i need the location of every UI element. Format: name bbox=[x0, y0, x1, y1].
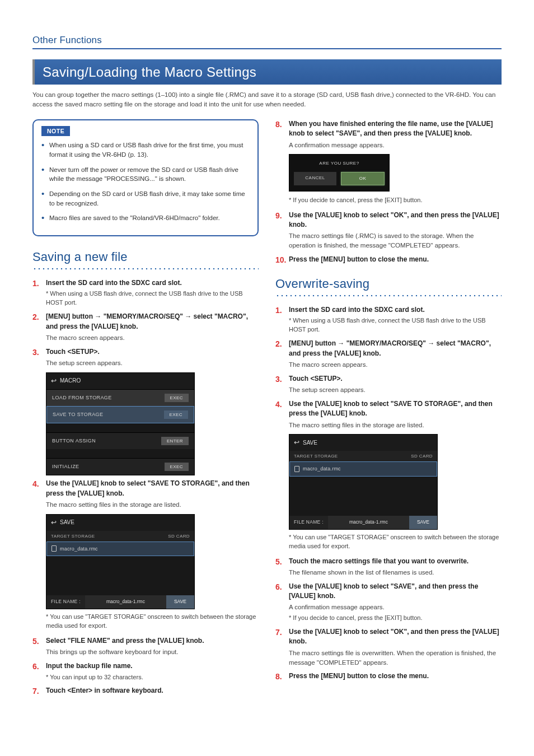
step-subtext: The setup screen appears. bbox=[46, 358, 259, 368]
screenshot-footer: FILE NAME : macro_data-1.rmc SAVE bbox=[46, 595, 194, 609]
step: 1. Insert the SD card into the SDXC card… bbox=[275, 305, 502, 334]
step: 1. Insert the SD card into the SDXC card… bbox=[32, 278, 259, 307]
step-footnote: When using a USB flash drive, connect th… bbox=[289, 316, 502, 334]
subheading-overwrite: Overwrite-saving bbox=[275, 276, 502, 293]
step-subtext: The macro screen appears. bbox=[289, 360, 502, 370]
step: 10. Press the [MENU] button to close the… bbox=[275, 255, 502, 266]
step-number: 4. bbox=[32, 479, 46, 509]
screenshot-footer: FILE NAME : macro_data-1.rmc SAVE bbox=[289, 516, 437, 529]
step: 7. Use the [VALUE] knob to select "OK", … bbox=[275, 627, 502, 667]
note-box: NOTE When using a SD card or USB flash d… bbox=[32, 119, 259, 236]
step-number: 1. bbox=[32, 278, 46, 307]
screenshot-save: ↩ SAVE TARGET STORAGESD CARD macro_data.… bbox=[289, 434, 438, 529]
step: 4. Use the [VALUE] knob to select "SAVE … bbox=[275, 399, 502, 430]
step-text: [MENU] button → "MEMORY/MACRO/SEQ" → sel… bbox=[289, 339, 502, 358]
note-label: NOTE bbox=[41, 126, 70, 137]
step-number: 2. bbox=[32, 312, 46, 342]
right-column: 8. When you have finished entering the f… bbox=[275, 119, 502, 702]
step-footnote: When using a USB flash drive, connect th… bbox=[46, 290, 259, 307]
step: 9. Use the [VALUE] knob to select "OK", … bbox=[275, 211, 502, 250]
step-subtext: A confirmation message appears. bbox=[289, 603, 502, 612]
step-text: Input the backup file name. bbox=[46, 661, 259, 671]
back-icon: ↩ bbox=[294, 438, 299, 447]
note-item: Never turn off the power or remove the S… bbox=[41, 165, 250, 184]
step-text: [MENU] button → "MEMORY/MACRO/SEQ" → sel… bbox=[46, 312, 259, 332]
step-number: 7. bbox=[32, 686, 46, 697]
step-text: Select "FILE NAME" and press the [VALUE]… bbox=[46, 636, 259, 646]
screenshot-title: SAVE bbox=[303, 439, 317, 447]
confirm-title: ARE YOU SURE? bbox=[294, 160, 385, 166]
file-icon bbox=[51, 545, 57, 552]
step-text: Press the [MENU] button to close the men… bbox=[289, 671, 502, 681]
screenshot-file-row: macro_data.rmc bbox=[289, 461, 437, 477]
confirm-ok-button: OK bbox=[341, 172, 385, 185]
note-item: When using a SD card or USB flash drive … bbox=[41, 141, 250, 159]
step-number: 5. bbox=[275, 557, 289, 577]
step-number: 9. bbox=[275, 211, 289, 250]
step-subtext: The setup screen appears. bbox=[289, 385, 502, 395]
screenshot-save-button: SAVE bbox=[409, 516, 437, 529]
step-number: 10. bbox=[275, 255, 289, 266]
step-footnote: You can use "TARGET STORAGE" onscreen to… bbox=[289, 533, 502, 551]
step-subtext: The macro settings file is overwritten. … bbox=[289, 648, 502, 667]
step-text: Touch <Enter> in software keyboard. bbox=[46, 686, 259, 696]
step-text: Touch <SETUP>. bbox=[46, 347, 259, 357]
step: 5. Select "FILE NAME" and press the [VAL… bbox=[32, 636, 259, 657]
step: 4. Use the [VALUE] knob to select "SAVE … bbox=[32, 479, 259, 509]
screenshot-header: ↩ SAVE bbox=[289, 435, 437, 451]
step-subtext: The macro screen appears. bbox=[46, 333, 259, 343]
dot-rule bbox=[275, 294, 502, 297]
screenshot-macro-setup: ↩ MACRO LOAD FROM STORAGEEXEC SAVE TO ST… bbox=[46, 372, 195, 476]
step-number: 7. bbox=[275, 627, 289, 667]
step-text: Touch <SETUP>. bbox=[289, 374, 502, 384]
step-number: 8. bbox=[275, 119, 289, 150]
screenshot-title: SAVE bbox=[60, 519, 74, 526]
step-text: Use the [VALUE] knob to select "SAVE TO … bbox=[289, 399, 502, 419]
screenshot-subbar: TARGET STORAGESD CARD bbox=[46, 531, 194, 542]
step-text: When you have finished entering the file… bbox=[289, 119, 502, 139]
step-number: 6. bbox=[32, 661, 46, 682]
subheading-saving-new: Saving a new file bbox=[32, 249, 259, 266]
step-number: 3. bbox=[275, 374, 289, 395]
screenshot-file-row: macro_data.rmc bbox=[46, 542, 194, 557]
screenshot-subbar: TARGET STORAGESD CARD bbox=[289, 451, 437, 461]
screenshot-save: ↩ SAVE TARGET STORAGESD CARD macro_data.… bbox=[46, 514, 195, 609]
step-number: 8. bbox=[275, 671, 289, 683]
screenshot-header: ↩ MACRO bbox=[46, 373, 194, 389]
dot-rule bbox=[32, 267, 259, 270]
step: 3. Touch <SETUP>. The setup screen appea… bbox=[32, 347, 259, 368]
screenshot-title: MACRO bbox=[60, 377, 81, 385]
intro-paragraph: You can group together the macro setting… bbox=[32, 90, 502, 109]
step-number: 2. bbox=[275, 339, 289, 369]
step: 8. When you have finished entering the f… bbox=[275, 119, 502, 150]
left-column: NOTE When using a SD card or USB flash d… bbox=[32, 119, 259, 702]
step: 6. Use the [VALUE] knob to select "SAVE"… bbox=[275, 582, 502, 623]
screenshot-row: INITIALIZEEXEC bbox=[46, 458, 194, 475]
step: 6. Input the backup file name. You can i… bbox=[32, 661, 259, 682]
screenshot-row-selected: SAVE TO STORAGEEXEC bbox=[46, 406, 194, 423]
back-icon: ↩ bbox=[51, 518, 57, 528]
step-subtext: This brings up the software keyboard for… bbox=[46, 647, 259, 657]
step: 2. [MENU] button → "MEMORY/MACRO/SEQ" → … bbox=[275, 339, 502, 369]
step-subtext: A confirmation message appears. bbox=[289, 141, 502, 150]
step: 5. Touch the macro settings file that yo… bbox=[275, 557, 502, 577]
step-text: Use the [VALUE] knob to select "OK", and… bbox=[289, 211, 502, 230]
step-number: 1. bbox=[275, 305, 289, 334]
step-number: 4. bbox=[275, 399, 289, 430]
step-text: Use the [VALUE] knob to select "SAVE TO … bbox=[46, 479, 259, 498]
confirm-cancel-button: CANCEL bbox=[294, 172, 336, 185]
step-text: Use the [VALUE] knob to select "OK", and… bbox=[289, 627, 502, 647]
step-number: 6. bbox=[275, 582, 289, 623]
step-subtext: The filename shown in the list of filena… bbox=[289, 568, 502, 577]
step-footnote: You can input up to 32 characters. bbox=[46, 673, 259, 682]
step-text: Press the [MENU] button to close the men… bbox=[289, 255, 502, 264]
step-number: 5. bbox=[32, 636, 46, 657]
screenshot-confirm: ARE YOU SURE? CANCEL OK bbox=[289, 154, 390, 191]
step-subtext: The macro setting files in the storage a… bbox=[289, 421, 502, 430]
note-item: Macro files are saved to the "Roland/VR-… bbox=[41, 213, 250, 223]
step: 2. [MENU] button → "MEMORY/MACRO/SEQ" → … bbox=[32, 312, 259, 342]
step-text: Use the [VALUE] knob to select "SAVE", a… bbox=[289, 582, 502, 601]
step-text: Touch the macro settings file that you w… bbox=[289, 557, 502, 566]
step: 3. Touch <SETUP>. The setup screen appea… bbox=[275, 374, 502, 395]
step-number: 3. bbox=[32, 347, 46, 368]
